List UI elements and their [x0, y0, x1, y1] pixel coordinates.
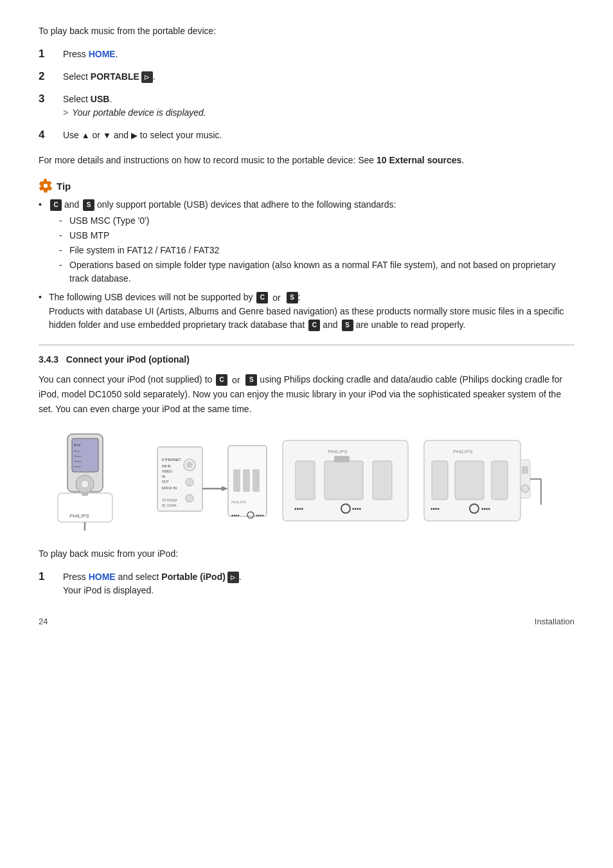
- svg-text:PHILIPS: PHILIPS: [231, 500, 246, 504]
- step-3-content: Select USB. >Your portable device is dis…: [63, 93, 206, 120]
- section-divider: [39, 345, 574, 345]
- svg-text:Now Playing: Now Playing: [74, 470, 88, 473]
- speaker-system-2: PHILIPS •••• ••••: [418, 428, 546, 537]
- svg-text:••••: ••••: [294, 505, 304, 512]
- ipod-step-1-content: Press HOME and select Portable (iPod)▷. …: [63, 570, 242, 597]
- svg-rect-31: [233, 469, 240, 492]
- svg-text:••••: ••••: [352, 505, 362, 512]
- step-3: 3 Select USB. >Your portable device is d…: [39, 93, 574, 120]
- svg-text:PHILIPS: PHILIPS: [69, 513, 89, 519]
- portable-icon: ▷: [141, 71, 153, 83]
- step-4: 4 Use ▲ or ▼ and ▶ to select your music.: [39, 129, 574, 142]
- tip-list: C and S only support portable (USB) devi…: [39, 198, 574, 332]
- svg-point-24: [186, 494, 193, 502]
- svg-point-23: [186, 478, 193, 486]
- device-c-icon: C: [50, 199, 62, 211]
- svg-text:TO TV/VGA: TO TV/VGA: [162, 499, 177, 502]
- svg-marker-28: [222, 486, 228, 491]
- tip-section: Tip C and S only support portable (USB) …: [39, 179, 574, 332]
- footer: 24 Installation: [39, 617, 574, 626]
- svg-rect-33: [253, 469, 260, 492]
- more-info: For more details and instructions on how…: [39, 154, 574, 167]
- svg-text:OUT: OUT: [162, 480, 169, 484]
- device-s-icon-2: S: [287, 292, 298, 303]
- svg-text:Photos: Photos: [74, 460, 82, 463]
- home-label-2: HOME: [89, 572, 116, 582]
- svg-text:iPod: iPod: [74, 443, 80, 447]
- standards-list: USB MSC (Type '0') USB MTP File system i…: [59, 214, 574, 285]
- svg-rect-39: [296, 461, 315, 500]
- section-343-header: 3.4.3 Connect your iPod (optional): [39, 354, 574, 365]
- ipod-step-1-sub: Your iPod is displayed.: [63, 585, 154, 595]
- standard-2: USB MTP: [59, 229, 574, 242]
- device-s-ipod: S: [245, 374, 257, 386]
- page-number: 24: [39, 617, 48, 626]
- intro-text: To play back music from the portable dev…: [39, 26, 574, 36]
- ipod-images-row: iPod Music Videos Photos Extras Now Play…: [39, 428, 574, 537]
- svg-text:••••: ••••: [231, 512, 240, 519]
- svg-rect-41: [373, 461, 392, 500]
- svg-text:DOCK IN: DOCK IN: [162, 486, 177, 490]
- svg-text:••••: ••••: [431, 505, 440, 512]
- more-info-bold: 10 External sources: [377, 155, 461, 165]
- standard-4: Operations based on simple folder type n…: [59, 258, 574, 285]
- portable-label: PORTABLE: [91, 71, 139, 82]
- tip-label: Tip: [57, 181, 71, 192]
- step-3-sub: >Your portable device is displayed.: [63, 106, 206, 120]
- home-label: HOME: [89, 49, 116, 59]
- gear-icon: [39, 179, 53, 193]
- svg-point-56: [521, 485, 529, 493]
- speaker-system-1: PHILIPS •••• ••••: [276, 428, 418, 537]
- svg-rect-40: [324, 461, 363, 500]
- svg-text:Videos: Videos: [74, 455, 82, 458]
- page-label: Installation: [535, 617, 574, 626]
- svg-point-9: [81, 480, 89, 488]
- svg-text:••••: ••••: [256, 512, 264, 519]
- ipod-playback-intro: To play back music from your iPod:: [39, 548, 574, 559]
- step-2-content: Select PORTABLE▷.: [63, 70, 155, 84]
- svg-text:IN: IN: [162, 475, 165, 478]
- or-text: or: [272, 293, 280, 303]
- svg-text:PHILIPS: PHILIPS: [453, 449, 473, 455]
- svg-rect-11: [82, 492, 88, 496]
- step-1: 1 Press HOME.: [39, 48, 574, 61]
- svg-text:Extras: Extras: [74, 465, 81, 468]
- svg-rect-32: [243, 469, 250, 492]
- svg-text:••••: ••••: [481, 505, 491, 512]
- step-1-content: Press HOME.: [63, 48, 118, 61]
- svg-text:VIDEO: VIDEO: [162, 469, 172, 473]
- svg-text:Music: Music: [74, 449, 80, 453]
- ipod-step-1: 1 Press HOME and select Portable (iPod)▷…: [39, 570, 574, 597]
- step-2: 2 Select PORTABLE▷.: [39, 70, 574, 84]
- standard-3: File system in FAT12 / FAT16 / FAT32: [59, 244, 574, 257]
- svg-rect-45: [334, 456, 350, 462]
- svg-text:FM IN: FM IN: [162, 464, 171, 468]
- section-343-num: 3.4.3: [39, 354, 58, 365]
- svg-rect-49: [455, 461, 484, 500]
- ipod-intro-text: You can connect your iPod (not supplied)…: [39, 372, 574, 416]
- ipod-step-1-num: 1: [39, 570, 63, 583]
- svg-text:PHILIPS: PHILIPS: [328, 449, 348, 455]
- tip-item-2: The following USB devices will not be su…: [39, 291, 574, 332]
- step-3-num: 3: [39, 93, 63, 105]
- usb-label: USB: [91, 94, 110, 104]
- device-s-icon-3: S: [342, 320, 353, 331]
- device-c-ipod: C: [216, 374, 227, 386]
- standard-1: USB MSC (Type '0'): [59, 214, 574, 228]
- step-4-content: Use ▲ or ▼ and ▶ to select your music.: [63, 129, 222, 142]
- svg-rect-55: [522, 466, 528, 474]
- svg-text:ETHERNET: ETHERNET: [162, 458, 181, 462]
- device-dock-image: ETHERNET FM IN VIDEO IN OUT DOCK IN TO T…: [148, 428, 276, 537]
- ipod-dock-image: iPod Music Videos Photos Extras Now Play…: [39, 428, 148, 537]
- portable-ipod-label: Portable (iPod): [161, 572, 226, 582]
- step-1-num: 1: [39, 48, 63, 60]
- svg-rect-48: [432, 461, 448, 500]
- portable-ipod-icon: ▷: [227, 572, 239, 583]
- svg-rect-50: [492, 461, 508, 500]
- device-s-icon: S: [83, 199, 94, 211]
- tip-item-1: C and S only support portable (USB) devi…: [39, 198, 574, 285]
- tip-header: Tip: [39, 179, 574, 193]
- step-4-num: 4: [39, 129, 63, 141]
- section-343-title: Connect your iPod (optional): [66, 354, 190, 365]
- svg-point-22: [186, 462, 193, 468]
